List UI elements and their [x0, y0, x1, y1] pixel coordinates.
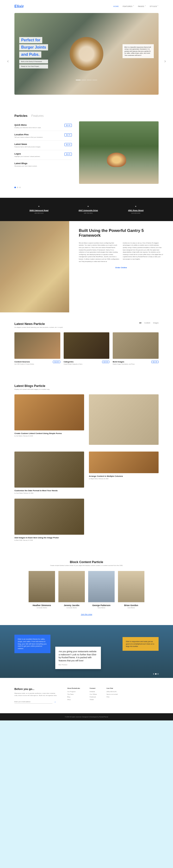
- footer-link[interactable]: Our Offices: [90, 693, 97, 695]
- filter-content[interactable]: Content: [144, 322, 150, 324]
- built-col1: We are likely to spend countless hours c…: [79, 242, 119, 263]
- particles-image: [79, 121, 158, 184]
- footer-before-text: Maecenas mattis, ex in gravida vestibulu…: [15, 692, 58, 697]
- footer-before-title: Before you go...: [15, 687, 58, 690]
- locations-bar: ⌖3608 Oakmund Road202-555-0110⌖4947 Univ…: [0, 198, 173, 221]
- newsletter-submit[interactable]: →: [52, 700, 58, 704]
- block-title: Block Content Particle: [15, 560, 158, 564]
- hero-image: Perfect for Burger Joints and Pubs. Buil…: [15, 13, 158, 95]
- footer-links: About RocketLabsOur ProgramThe TeamBlogS…: [67, 687, 158, 704]
- nav-home[interactable]: HOME: [113, 5, 119, 7]
- copyright: © 2024 All rights reserved. Designed & D…: [0, 713, 173, 720]
- particle-item[interactable]: Quick MenuDisplay your featured menu ite…: [15, 121, 72, 131]
- hero-title-line: Perfect for: [19, 37, 42, 43]
- order-online-link[interactable]: Order Online: [79, 267, 163, 269]
- blog-card[interactable]: Customize the Date Format to Meet Your N…: [15, 452, 84, 494]
- tab-features[interactable]: Features: [31, 114, 44, 118]
- pin-icon: ⌖: [79, 205, 98, 208]
- nav-styles[interactable]: STYLES ˅: [150, 5, 158, 7]
- brand-logo[interactable]: Elixir: [15, 4, 24, 9]
- hero-title-line: and Pubs.: [19, 52, 41, 58]
- tab-particles[interactable]: Particles: [15, 114, 27, 118]
- testimonial-dots[interactable]: [153, 673, 158, 675]
- blog-card[interactable]: Arrange Content in Multiple Columnsby Me…: [89, 452, 158, 494]
- team-photo: [118, 571, 144, 602]
- pin-icon: ⌖: [128, 205, 143, 208]
- particle-item[interactable]: Location PinsTell your visitors where to…: [15, 131, 72, 141]
- team-photo: [88, 571, 115, 602]
- footer-link[interactable]: Send us an email: [107, 693, 117, 695]
- news-card[interactable]: CategoriesCreate Multiple Categories of …: [64, 332, 110, 365]
- built-title: Built Using the Powerful Gantry 5 Framew…: [79, 228, 163, 238]
- footer-link[interactable]: FAQ: [107, 696, 117, 698]
- news-card[interactable]: Content SourcesUse CMS Content or Custom…: [15, 332, 60, 365]
- testimonial-author: Betty Thompson: [59, 664, 97, 666]
- hero-dots[interactable]: [76, 80, 97, 80]
- blog-card[interactable]: Create Custom Linked Content Using Simpl…: [15, 394, 84, 447]
- newsletter-input[interactable]: [15, 700, 52, 704]
- news-filter: All Content Images: [139, 322, 158, 324]
- footer-link[interactable]: Shop: [67, 699, 80, 700]
- blog-grid: Create Custom Linked Content Using Simpl…: [15, 394, 158, 541]
- team-photo: [58, 571, 85, 602]
- team-member: Jeremy JacobsCo-founder, Barista: [58, 571, 85, 609]
- filter-images[interactable]: Images: [153, 322, 158, 324]
- particles-list: Quick MenuDisplay your featured menu ite…: [15, 121, 72, 184]
- blogs-desc: Display rich content with bold imagery i…: [15, 389, 158, 390]
- hero-subtitle: Built on the Gantry 5 Framework.: [19, 60, 48, 63]
- main-nav: HOME FEATURES ˅ PAGES ˅ STYLES ˅: [113, 5, 158, 7]
- team-grid: Heather SimmonsCo-founder, BaristaJeremy…: [15, 571, 158, 609]
- footer-link[interactable]: (555) 555-0178: [107, 691, 117, 692]
- block-desc: Create simple blocked content areas of y…: [15, 565, 158, 566]
- team-member: Heather SimmonsCo-founder, Barista: [29, 571, 55, 609]
- nav-features[interactable]: FEATURES ˅: [122, 5, 134, 7]
- footer-column: About RocketLabsOur ProgramThe TeamBlogS…: [67, 687, 80, 704]
- footer-link[interactable]: Facebook: [90, 696, 97, 698]
- particles-pager[interactable]: [15, 187, 158, 188]
- blogs-title: Latest Blogs Particle: [15, 384, 158, 388]
- nav-pages[interactable]: PAGES ˅: [138, 5, 146, 7]
- location-item: ⌖4947 University Drive228-769-9031: [79, 205, 98, 214]
- particle-item[interactable]: Latest BlogsShowcase your site's latest …: [15, 160, 72, 169]
- news-desc: An elegant content block featuring your …: [15, 327, 158, 328]
- footer-link[interactable]: Dribbble: [90, 691, 97, 692]
- hero-subtitle: Ready for Your Next Project.: [19, 64, 48, 68]
- team-member: Brian GordonJunior Barista: [118, 571, 144, 609]
- location-item: ⌖3608 Oakmund Road202-555-0110: [30, 205, 49, 214]
- news-card[interactable]: Bold ImagesDisplay Images, Descriptions,…: [113, 332, 158, 365]
- built-image: [0, 221, 69, 312]
- blog-card[interactable]: Add Images to Each Item Using the Image …: [15, 499, 84, 541]
- filter-all[interactable]: All: [139, 322, 142, 324]
- team-member: George PattersonSenior Barista: [88, 571, 115, 609]
- particle-item[interactable]: Latest NewsFeatured items with bold prod…: [15, 141, 72, 150]
- particle-item[interactable]: LogosHighlight your business' valued par…: [15, 150, 72, 160]
- pin-icon: ⌖: [30, 205, 49, 208]
- footer-link[interactable]: Twitter: [90, 699, 97, 700]
- testimonials: Elixir is an excellent theme for cafés, …: [0, 625, 173, 678]
- testimonial-3: Elixir is responsive and looks just as g…: [122, 637, 158, 651]
- hero-title-line: Burger Joints: [19, 44, 48, 51]
- hero-prev-arrow[interactable]: ‹: [7, 59, 9, 64]
- footer-link[interactable]: The Team: [67, 693, 80, 695]
- footer-column: ConnectDribbbleOur OfficesFacebookTwitte…: [90, 687, 97, 704]
- testimonial-1: Elixir is an excellent theme for cafés, …: [15, 635, 51, 653]
- news-title: Latest News Particle: [15, 322, 158, 326]
- blog-card[interactable]: [89, 394, 158, 447]
- news-grid: Content SourcesUse CMS Content or Custom…: [15, 332, 158, 365]
- hero-description: Elixir is a beautiful responsive theme b…: [122, 44, 154, 58]
- join-crew-link[interactable]: Join the crew: [15, 613, 158, 615]
- footer-link[interactable]: Our Program: [67, 691, 80, 692]
- location-item: ⌖4561 Ross Street618-308-6406: [128, 205, 143, 214]
- testimonial-2: Are you giving your restaurants website …: [55, 647, 101, 669]
- footer-column: Live Chat(555) 555-0178Send us an emailF…: [107, 687, 117, 704]
- footer-link[interactable]: Blog: [67, 696, 80, 698]
- team-photo: [29, 571, 55, 602]
- built-col2: intuitive as it is easy to set up. One o…: [123, 242, 163, 263]
- hero-next-arrow[interactable]: ›: [164, 59, 166, 64]
